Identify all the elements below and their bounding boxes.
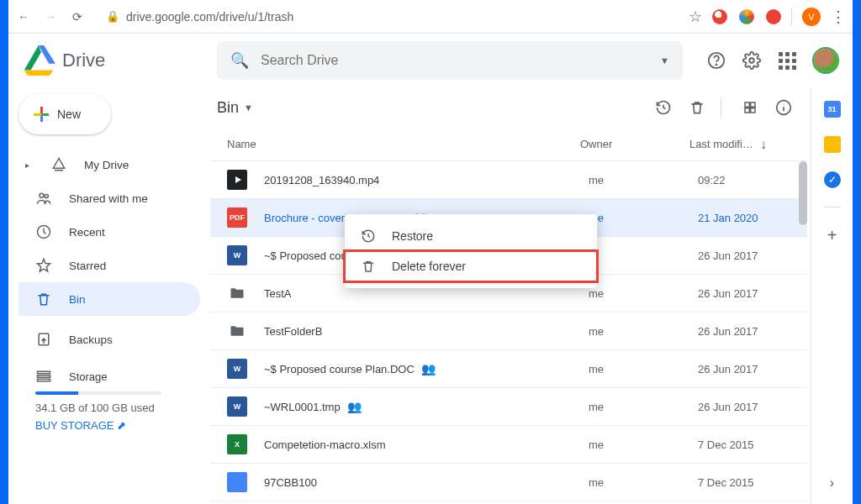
ctx-restore[interactable]: Restore [345,221,597,251]
file-type-icon: W [227,359,247,379]
sidebar-item-recent[interactable]: Recent [18,215,200,249]
file-type-icon: X [227,434,247,454]
search-dropdown-icon[interactable]: ▼ [660,55,669,66]
file-owner: me [589,363,698,375]
help-icon[interactable] [706,50,726,71]
delete-icon[interactable] [687,97,707,118]
search-icon: 🔍 [230,51,249,70]
col-modified[interactable]: Last modifi… ↓ [689,137,790,152]
file-row[interactable]: W~$ Proposed course Plan.DOC👥me26 Jun 20… [210,350,807,388]
file-modified: 7 Dec 2015 [698,476,790,489]
svg-rect-13 [751,108,755,113]
svg-rect-11 [751,102,755,107]
ctx-delete-forever[interactable]: Delete forever [345,251,597,281]
side-panel: 31 ✓ + › [811,87,853,504]
star-icon[interactable]: ☆ [689,8,702,26]
svg-point-4 [45,194,48,197]
file-modified: 26 Jun 2017 [698,287,790,300]
ext-icon-2[interactable] [739,9,754,24]
file-owner: me [589,174,698,186]
sidebar-item-label: Recent [69,226,105,239]
file-modified: 21 Jan 2020 [698,212,790,224]
sidebar-item-label: Bin [69,293,86,306]
file-owner: me [589,476,698,489]
file-owner: me [589,438,698,451]
file-row[interactable]: 97CBB100me7 Dec 2015 [210,464,807,501]
storage-bar [35,391,161,395]
storage-section: Storage 34.1 GB of 100 GB used BUY STORA… [18,368,200,432]
search-bar[interactable]: 🔍 ▼ [217,41,683,80]
file-owner: me [589,212,698,224]
rail-divider [824,207,841,207]
nav-reload-icon[interactable]: ⟳ [69,10,86,24]
nav-forward-icon[interactable]: → [42,10,59,24]
ext-icon-3[interactable] [766,9,781,24]
new-button-label: New [57,108,81,121]
svg-rect-8 [38,375,50,378]
settings-gear-icon[interactable] [742,50,762,71]
toolbar-divider [791,8,792,25]
file-row[interactable]: TestFolderBme26 Jun 2017 [210,312,807,350]
sidebar-item-starred[interactable]: Starred [18,249,200,282]
shared-icon [35,190,52,207]
file-type-icon [227,283,247,303]
file-modified: 26 Jun 2017 [698,325,790,338]
buy-storage-link[interactable]: BUY STORAGE ⬈ [35,419,200,432]
main-content: Bin ▼ Name Owner Last modifi… ↓ [210,87,811,504]
sidebar-item-backups[interactable]: Backups [18,323,200,356]
account-avatar[interactable] [812,47,839,74]
ext-icon-1[interactable] [712,9,727,24]
drive-app-name: Drive [62,50,105,71]
new-button[interactable]: New [18,94,111,134]
scrollbar[interactable] [799,161,807,225]
sidebar-item-my-drive[interactable]: ▸ My Drive [18,148,200,181]
context-menu: RestoreDelete forever [345,214,597,288]
file-row[interactable]: W~WRL0001.tmp👥me26 Jun 2017 [210,388,807,426]
file-name: Competetion-macro.xlsm [264,438,589,451]
svg-rect-12 [745,108,749,113]
grid-view-icon[interactable] [740,97,760,118]
sidebar-item-shared[interactable]: Shared with me [18,181,200,215]
file-owner: me [589,401,698,413]
file-list: 20191208_163940.mp4me09:22PDFBrochure - … [210,161,807,504]
column-headers: Name Owner Last modifi… ↓ [210,128,807,161]
recent-icon [35,223,52,240]
file-row[interactable]: 20191208_163940.mp4me09:22 [210,161,807,199]
file-name: 97CBB100 [264,476,589,489]
file-owner: me [589,287,698,300]
svg-point-2 [749,58,754,63]
calendar-icon[interactable]: 31 [824,101,841,118]
browser-menu-icon[interactable]: ⋮ [831,8,846,26]
keep-icon[interactable] [824,136,841,153]
search-input[interactable] [261,53,648,68]
lock-icon: 🔒 [106,10,119,23]
sidebar-item-bin[interactable]: Bin [18,282,200,316]
app-header: Drive 🔍 ▼ [8,34,853,87]
sidebar-item-label: Backups [69,333,113,346]
file-row[interactable]: XCompetetion-macro.xlsmme7 Dec 2015 [210,426,807,464]
drive-logo[interactable]: Drive [22,45,210,76]
collapse-rail-icon[interactable]: › [830,475,834,491]
backups-icon [35,331,52,348]
sidebar-item-label: Shared with me [69,192,148,205]
addons-plus-icon[interactable]: + [827,226,837,245]
file-owner: me [589,325,698,338]
address-bar[interactable]: 🔒 drive.google.com/drive/u/1/trash [96,10,679,24]
apps-grid-icon[interactable] [777,50,797,71]
file-type-icon: W [227,245,247,265]
storage-icon [35,368,52,385]
svg-rect-7 [38,371,50,374]
sidebar: New ▸ My Drive Shared with me Recent Sta… [8,87,210,504]
profile-avatar-small[interactable]: V [802,8,821,26]
file-type-icon: PDF [227,207,247,228]
info-icon[interactable] [774,97,794,118]
nav-back-icon[interactable]: ← [15,10,32,24]
my-drive-icon [50,156,67,173]
restore-icon[interactable] [653,97,673,118]
file-type-icon [227,170,247,190]
col-name[interactable]: Name [217,138,580,150]
location-dropdown[interactable]: Bin ▼ [217,99,253,117]
svg-rect-9 [38,379,50,381]
tasks-icon[interactable]: ✓ [824,171,841,188]
col-owner[interactable]: Owner [580,138,689,150]
